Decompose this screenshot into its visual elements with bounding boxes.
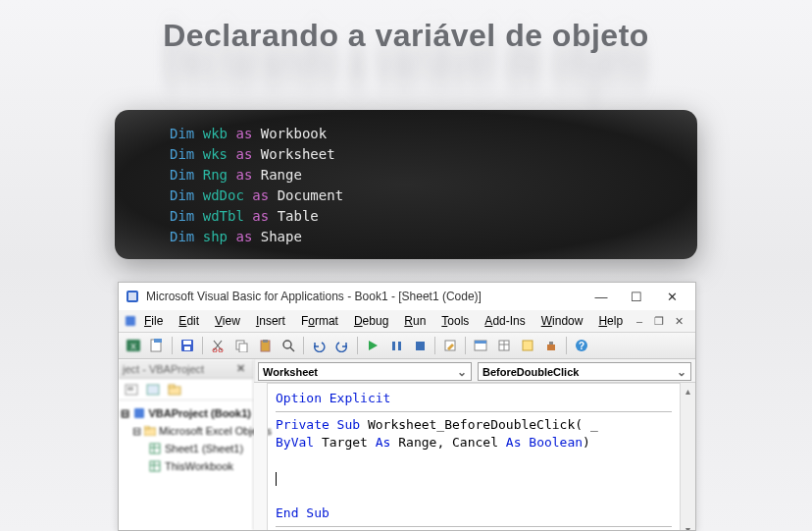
svg-rect-39 (150, 444, 160, 453)
code-line: Dim Rng as Range (170, 165, 642, 186)
reset-icon[interactable] (409, 335, 431, 356)
paste-icon[interactable] (254, 335, 276, 356)
run-icon[interactable] (362, 335, 383, 356)
svg-rect-15 (263, 340, 268, 343)
tree-item-thisworkbook[interactable]: ThisWorkbook (121, 457, 251, 475)
svg-rect-36 (134, 408, 144, 418)
menu-format[interactable]: Format (293, 312, 346, 330)
code-text-area[interactable]: Option Explicit Private Sub Worksheet_Be… (268, 383, 680, 530)
properties-window-icon[interactable] (493, 335, 515, 356)
declaration-separator (276, 411, 672, 412)
menu-window[interactable]: Window (533, 312, 591, 330)
find-icon[interactable] (278, 335, 299, 356)
workbook-icon (148, 460, 162, 472)
vertical-scrollbar[interactable]: ▴ ▾ (680, 383, 695, 530)
toolbox-icon[interactable] (540, 335, 562, 356)
svg-point-16 (283, 341, 291, 348)
collapse-icon[interactable]: ⊟ (121, 405, 129, 421)
page-title: Declarando a variável de objeto (0, 18, 812, 54)
code-sample-block: Dim wkb as Workbook Dim wks as Worksheet… (115, 110, 697, 259)
object-combo[interactable]: Worksheet (258, 362, 472, 381)
tree-folder[interactable]: ⊟ Microsoft Excel Objects (121, 422, 251, 440)
folder-icon (144, 425, 156, 437)
object-browser-icon[interactable] (517, 335, 538, 356)
project-pane-title: ject - VBAProject (123, 363, 204, 375)
mdi-minimize-button[interactable]: – (633, 314, 646, 328)
system-menu-icon[interactable] (125, 315, 136, 327)
menu-help[interactable]: Help (590, 312, 631, 330)
worksheet-icon (148, 443, 162, 454)
svg-rect-42 (150, 461, 160, 471)
save-icon[interactable] (177, 335, 198, 356)
svg-rect-38 (144, 426, 149, 429)
menu-edit[interactable]: Edit (171, 312, 207, 330)
svg-text:?: ? (579, 341, 584, 351)
svg-text:X: X (130, 342, 136, 351)
menu-debug[interactable]: Debug (346, 312, 396, 330)
scroll-down-icon[interactable]: ▾ (681, 521, 695, 530)
mdi-restore-button[interactable]: ❐ (652, 314, 666, 328)
toggle-folders-icon[interactable] (166, 381, 183, 398)
tree-item-sheet1[interactable]: Sheet1 (Sheet1) (121, 440, 251, 457)
menu-insert[interactable]: Insert (248, 312, 293, 330)
view-object-icon[interactable] (144, 381, 162, 398)
svg-rect-9 (184, 346, 190, 350)
code-line: Dim shp as Shape (170, 227, 642, 247)
insert-module-icon[interactable] (146, 335, 168, 356)
menu-run[interactable]: Run (396, 312, 433, 330)
project-pane-toolbar (119, 379, 253, 400)
menu-tools[interactable]: Tools (433, 312, 477, 330)
collapse-icon[interactable]: ⊟ (132, 423, 141, 439)
window-controls: — ☐ ✕ (584, 283, 689, 310)
break-icon[interactable] (385, 335, 407, 356)
cut-icon[interactable] (207, 335, 228, 356)
help-icon[interactable]: ? (571, 335, 592, 356)
svg-rect-27 (523, 341, 533, 350)
code-gutter (254, 383, 268, 530)
svg-rect-18 (392, 342, 395, 350)
close-button[interactable]: ✕ (654, 283, 689, 310)
project-pane-close-icon[interactable]: ✕ (232, 362, 249, 375)
view-code-icon[interactable] (123, 381, 140, 398)
project-tree: ⊟ VBAProject (Book1) ⊟ Microsoft Excel O… (119, 400, 253, 479)
svg-line-17 (290, 347, 294, 351)
code-line: Dim wks as Worksheet (170, 144, 642, 165)
code-line: Dim wdDoc as Document (170, 186, 642, 206)
window-titlebar: Microsoft Visual Basic for Applications … (119, 283, 695, 310)
text-cursor (276, 472, 277, 486)
maximize-button[interactable]: ☐ (619, 283, 654, 310)
menu-file[interactable]: File (136, 312, 171, 330)
procedure-combo[interactable]: BeforeDoubleClick (478, 362, 691, 381)
code-editor[interactable]: Option Explicit Private Sub Worksheet_Be… (254, 383, 695, 530)
code-line: Dim wkb as Workbook (170, 124, 642, 144)
minimize-button[interactable]: — (584, 283, 619, 310)
menu-addins[interactable]: Add-Ins (477, 312, 533, 330)
mdi-close-button[interactable]: ✕ (672, 314, 685, 328)
tree-root[interactable]: ⊟ VBAProject (Book1) (121, 404, 251, 422)
redo-icon[interactable] (331, 335, 353, 356)
view-excel-icon[interactable]: X (123, 335, 144, 356)
menu-view[interactable]: View (207, 312, 248, 330)
design-mode-icon[interactable] (439, 335, 461, 356)
vbaproject-icon (132, 407, 145, 419)
vba-ide-window: Microsoft Visual Basic for Applications … (118, 282, 696, 531)
project-explorer-pane: ject - VBAProject ✕ ⊟ VBAProject (Book1)… (119, 359, 254, 530)
code-line: Dim wdTbl as Table (170, 206, 642, 227)
project-explorer-icon[interactable] (470, 335, 491, 356)
svg-rect-33 (147, 385, 159, 395)
svg-rect-6 (154, 339, 162, 343)
project-pane-titlebar: ject - VBAProject ✕ (119, 359, 253, 379)
svg-rect-19 (398, 342, 401, 350)
scroll-up-icon[interactable]: ▴ (681, 383, 695, 398)
procedure-separator (276, 526, 672, 527)
svg-rect-23 (475, 341, 486, 344)
svg-rect-1 (128, 292, 136, 300)
vba-app-icon (125, 289, 140, 304)
svg-rect-20 (416, 342, 425, 350)
svg-rect-2 (126, 316, 135, 326)
standard-toolbar: X ? (119, 332, 695, 359)
svg-rect-13 (239, 344, 247, 352)
code-dropdowns: Worksheet BeforeDoubleClick (254, 359, 695, 383)
copy-icon[interactable] (230, 335, 252, 356)
undo-icon[interactable] (308, 335, 330, 356)
